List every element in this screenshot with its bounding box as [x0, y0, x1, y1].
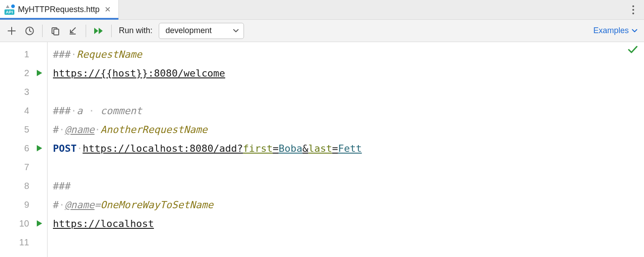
code-line: https://{{host}}:8080/welcome — [48, 64, 644, 82]
toolbar-separator — [42, 25, 43, 37]
token-separator: ### — [53, 180, 71, 192]
code-line: ### ·a · comment — [48, 101, 644, 120]
toolbar-separator — [111, 25, 112, 37]
code-line: POST · https://localhost:8080/add?first=… — [48, 139, 644, 158]
line-number: 1 — [17, 49, 29, 60]
examples-label: Examples — [593, 26, 629, 35]
token-annotation: @name — [65, 124, 95, 135]
line-number: 9 — [17, 200, 29, 210]
examples-dropdown[interactable]: Examples — [592, 24, 640, 37]
token-request-name: RequestName — [77, 49, 142, 60]
svg-point-2 — [632, 13, 634, 14]
environment-dropdown[interactable]: development — [159, 23, 244, 39]
token-separator: ### — [53, 105, 71, 116]
chevron-down-icon — [233, 29, 239, 33]
import-button[interactable] — [65, 23, 81, 39]
token-query-key: last — [309, 143, 332, 154]
token-hash: # — [53, 124, 59, 135]
line-number: 7 — [17, 162, 29, 172]
token-url: https://localhost — [53, 218, 154, 229]
run-gutter-icon[interactable] — [36, 69, 43, 77]
line-number: 11 — [17, 237, 29, 248]
run-gutter-icon[interactable] — [36, 145, 43, 152]
add-request-button[interactable] — [4, 23, 20, 39]
code-line: # ·@name=OneMoreWayToSetName — [48, 195, 644, 214]
tab-title: MyHTTPRequests.http — [18, 5, 100, 14]
code-line — [48, 158, 644, 176]
inspection-ok-icon[interactable] — [628, 46, 638, 54]
run-with-label: Run with: — [119, 26, 152, 35]
file-tab[interactable]: API MyHTTPRequests.http ✕ — [0, 0, 119, 19]
token-annotation-value: OneMoreWayToSetName — [100, 199, 213, 210]
code-line: # ·@name · AnotherRequestName — [48, 120, 644, 139]
svg-point-0 — [632, 5, 634, 7]
line-number: 8 — [17, 181, 29, 191]
chevron-down-icon — [631, 29, 638, 33]
tab-bar: API MyHTTPRequests.http ✕ — [0, 0, 644, 20]
http-file-icon: API — [4, 5, 14, 15]
run-all-button[interactable] — [91, 23, 107, 39]
token-separator: ### — [53, 49, 71, 60]
code-line: ### ·RequestName — [48, 45, 644, 64]
line-number: 4 — [17, 106, 29, 116]
environment-selected: development — [165, 26, 212, 35]
token-url: https://localhost:8080/add? — [83, 143, 243, 154]
copy-button[interactable] — [47, 23, 63, 39]
token-query-value: Boba — [278, 143, 302, 154]
token-hash: # — [53, 199, 59, 210]
line-number: 6 — [17, 143, 29, 154]
code-line: ### — [48, 176, 644, 195]
tab-overflow-menu-icon[interactable] — [622, 0, 644, 19]
svg-rect-5 — [54, 29, 59, 35]
editor-toolbar: Run with: development Examples — [0, 20, 644, 42]
gutter: 1 2 3 4 5 6 7 8 9 10 11 — [0, 42, 48, 257]
token-annotation-value: AnotherRequestName — [100, 124, 207, 135]
token-url: https://{{host}}:8080/welcome — [53, 68, 225, 79]
token-comment: a · comment — [77, 105, 142, 116]
line-number: 3 — [17, 87, 29, 97]
code-editor[interactable]: 1 2 3 4 5 6 7 8 9 10 11 ### ·RequestName… — [0, 42, 644, 257]
svg-point-1 — [632, 9, 634, 11]
line-number: 10 — [17, 218, 29, 229]
code-area[interactable]: ### ·RequestName https://{{host}}:8080/w… — [48, 42, 644, 257]
code-line: https://localhost — [48, 214, 644, 233]
token-annotation: @name — [65, 199, 95, 210]
token-query-key: first — [243, 143, 273, 154]
code-line — [48, 233, 644, 252]
toolbar-separator — [86, 25, 86, 37]
token-query-value: Fett — [338, 143, 362, 154]
run-gutter-icon[interactable] — [36, 220, 43, 227]
history-button[interactable] — [22, 23, 38, 39]
code-line — [48, 82, 644, 101]
token-method: POST — [53, 143, 77, 154]
line-number: 5 — [17, 124, 29, 135]
close-tab-icon[interactable]: ✕ — [103, 5, 112, 14]
line-number: 2 — [17, 68, 29, 78]
